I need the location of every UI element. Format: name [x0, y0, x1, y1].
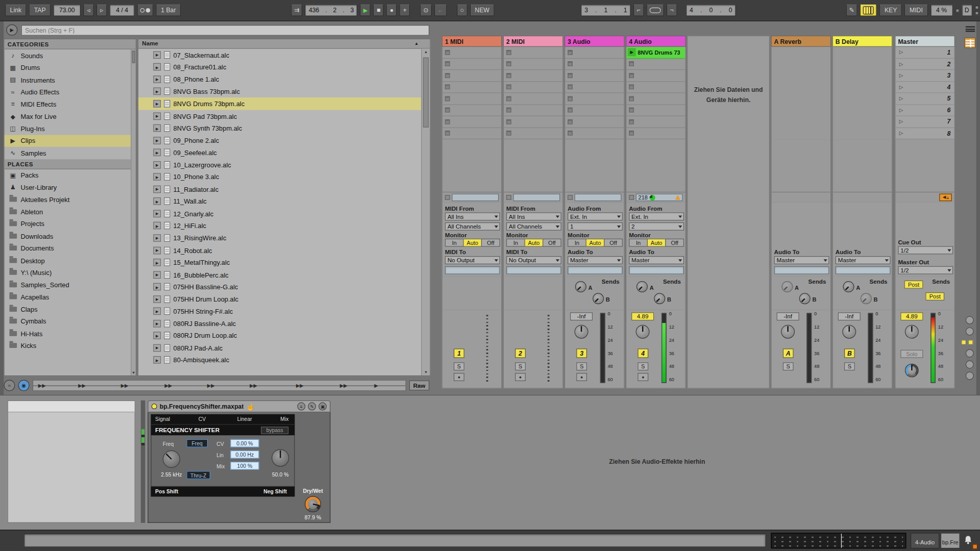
file-preview-play-icon[interactable]: ▶: [153, 344, 161, 352]
monitor-auto-button[interactable]: Auto: [524, 239, 543, 247]
track-activator-button[interactable]: A: [783, 348, 794, 358]
send-b-knob[interactable]: [593, 293, 604, 304]
volume-display[interactable]: -Inf: [570, 312, 593, 320]
volume-display[interactable]: -Inf: [777, 312, 799, 320]
volume-display[interactable]: 4.89: [631, 312, 654, 320]
places-item-cymbals[interactable]: Cymbals: [5, 315, 136, 328]
input-channel-chooser[interactable]: All Channels: [506, 222, 561, 231]
places-item-desktop[interactable]: Desktop: [5, 254, 136, 266]
clip-slot[interactable]: [565, 70, 624, 82]
clip-slot[interactable]: [504, 105, 562, 116]
sends-indicator[interactable]: [961, 340, 966, 345]
track-header[interactable]: B Delay: [832, 36, 893, 47]
clip-slot[interactable]: [443, 93, 501, 105]
metronome-button[interactable]: [137, 5, 154, 16]
follow-button[interactable]: ⇉: [291, 5, 303, 16]
show-returns-toggle[interactable]: [966, 349, 974, 357]
file-preview-play-icon[interactable]: ▶: [153, 173, 161, 181]
clip-slot[interactable]: [504, 58, 562, 70]
stop-clip-button[interactable]: [568, 119, 573, 124]
preview-autoplay-icon[interactable]: ◉: [18, 380, 30, 391]
arm-button[interactable]: ●: [638, 373, 648, 381]
file-row[interactable]: ▶80-Ambisqueek.alc: [138, 354, 421, 366]
places-item-ableton[interactable]: Ableton: [5, 206, 136, 218]
monitor-off-button[interactable]: Off: [604, 239, 623, 247]
new-scene-button[interactable]: NEW: [470, 5, 494, 16]
back-to-arrangement-button[interactable]: ◀≡: [939, 194, 952, 202]
clip-slot[interactable]: [565, 93, 624, 105]
device-menu-icon[interactable]: ≡: [297, 403, 305, 411]
stop-clip-button[interactable]: [568, 85, 573, 90]
scroll-down-icon[interactable]: ▼: [131, 371, 136, 374]
sidebar-item-max-for-live[interactable]: ◆Max for Live: [5, 110, 136, 122]
clip-slot[interactable]: [443, 82, 501, 93]
clip-slot[interactable]: [504, 128, 562, 139]
stop-clip-button[interactable]: [629, 195, 634, 200]
pan-knob[interactable]: [842, 325, 856, 339]
file-row[interactable]: ▶8NVG Synth 73bpm.alc: [138, 122, 421, 134]
solo-button[interactable]: S: [783, 362, 794, 370]
stop-clip-button[interactable]: [445, 131, 450, 136]
sidebar-item-plug-ins[interactable]: ◫Plug-Ins: [5, 122, 136, 135]
stop-clip-button[interactable]: [629, 96, 634, 101]
file-row[interactable]: ▶8NVG Drums 73bpm.alc: [138, 97, 421, 110]
places-item-packs[interactable]: ▣Packs: [5, 169, 136, 181]
stop-button[interactable]: ■: [373, 5, 384, 16]
file-preview-play-icon[interactable]: ▶: [153, 161, 161, 169]
preview-toggle-icon[interactable]: ≈: [4, 380, 15, 391]
track-activator-button[interactable]: 3: [576, 348, 587, 358]
file-preview-play-icon[interactable]: ▶: [153, 197, 161, 205]
punch-in-button[interactable]: ⌐: [633, 5, 644, 16]
notification-icon[interactable]: [964, 535, 972, 547]
arrangement-overview[interactable]: [771, 533, 906, 548]
file-row[interactable]: ▶14_Robot.alc: [138, 244, 421, 256]
scene-slot[interactable]: ▷3: [895, 70, 954, 82]
file-row[interactable]: ▶12_Gnarly.alc: [138, 208, 421, 220]
output-type-chooser[interactable]: Master: [836, 256, 891, 264]
save-preset-icon[interactable]: ▣: [318, 403, 327, 411]
file-preview-play-icon[interactable]: ▶: [153, 234, 161, 242]
clip-slot[interactable]: [443, 116, 501, 128]
clip-slot[interactable]: [443, 105, 501, 116]
punch-out-button[interactable]: ¬: [667, 5, 677, 16]
show-crossfader-toggle[interactable]: [966, 372, 974, 380]
file-preview-play-icon[interactable]: ▶: [153, 112, 161, 120]
file-row[interactable]: ▶075HH Drum Loop.alc: [138, 293, 421, 305]
file-row[interactable]: ▶8NVG Pad 73bpm.alc: [138, 110, 421, 122]
stop-clip-button[interactable]: [445, 195, 450, 200]
pan-knob[interactable]: [575, 325, 589, 339]
stop-clip-button[interactable]: [506, 73, 511, 78]
thru-zero-toggle[interactable]: Thru-Z: [186, 471, 210, 479]
stop-clip-button[interactable]: [506, 50, 511, 55]
show-io-toggle[interactable]: [966, 316, 974, 324]
stop-clip-button[interactable]: [568, 195, 573, 200]
edit-max-patch-icon[interactable]: ✎: [308, 403, 316, 411]
places-item-projects[interactable]: Projects: [5, 218, 136, 230]
key-map-button[interactable]: KEY: [879, 5, 902, 16]
record-button[interactable]: ●: [386, 5, 397, 16]
list-scrollbar[interactable]: ▲ ▼: [421, 49, 430, 375]
raw-button[interactable]: Raw: [409, 381, 429, 391]
overdub-button[interactable]: +: [400, 5, 410, 16]
clip-slot[interactable]: [443, 47, 501, 59]
clip-slot[interactable]: [626, 116, 685, 128]
volume-display[interactable]: 4.89: [900, 312, 923, 320]
stop-clip-button[interactable]: [445, 61, 450, 66]
device-title-bar[interactable]: bp.FrequencyShifter.maxpat ☝ ≡ ✎ ▣: [148, 400, 330, 412]
neg-shift-label[interactable]: Neg Shift: [263, 489, 287, 495]
solo-button[interactable]: S: [454, 362, 464, 370]
master-out-chooser[interactable]: 1/2: [898, 266, 953, 274]
send-b-knob[interactable]: [799, 293, 811, 304]
scene-slot[interactable]: ▷1: [895, 47, 954, 59]
clip-slot[interactable]: [504, 70, 562, 82]
file-preview-play-icon[interactable]: ▶: [153, 51, 161, 59]
file-preview-play-icon[interactable]: ▶: [153, 88, 161, 95]
stop-clip-button[interactable]: [445, 119, 450, 124]
stop-clip-button[interactable]: [629, 119, 634, 124]
file-row[interactable]: ▶08_Phone 1.alc: [138, 73, 421, 85]
solo-button[interactable]: S: [515, 362, 526, 370]
monitor-in-button[interactable]: In: [445, 239, 464, 247]
file-preview-play-icon[interactable]: ▶: [153, 210, 161, 217]
input-channel-chooser[interactable]: All Channels: [445, 222, 500, 231]
file-row[interactable]: ▶08_Fracture01.alc: [138, 61, 421, 73]
